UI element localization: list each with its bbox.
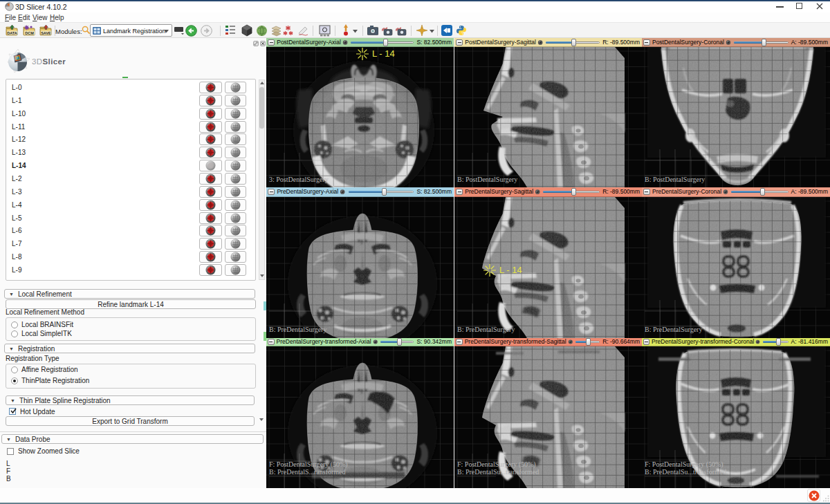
svg-text:DATA: DATA	[7, 31, 17, 35]
svg-text:SAVE: SAVE	[41, 31, 51, 35]
svg-text:DCM: DCM	[25, 31, 34, 35]
